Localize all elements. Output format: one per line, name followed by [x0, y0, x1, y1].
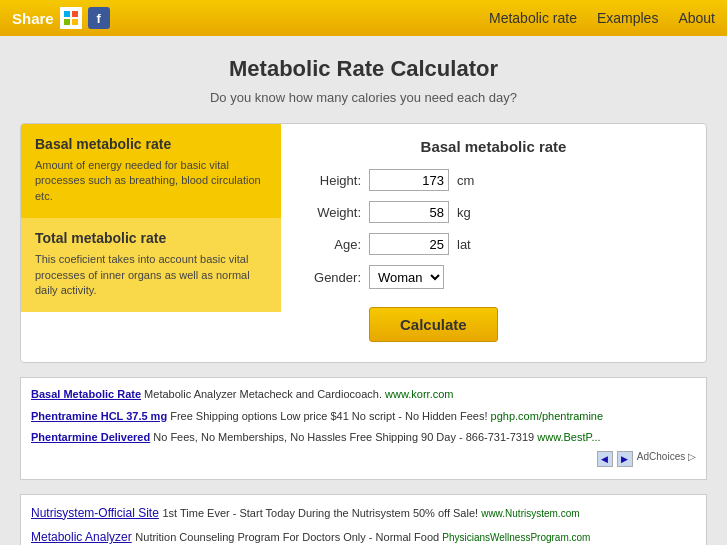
gender-select[interactable]: Woman Man	[369, 265, 444, 289]
weight-input[interactable]	[369, 201, 449, 223]
ad-nav-row: ◀ ▶ AdChoices ▷	[31, 451, 696, 467]
ad-url-2: pghp.com/phentramine	[491, 410, 604, 422]
ad-text-1: Metabolic Analyzer Metacheck and Cardioc…	[144, 388, 385, 400]
facebook-icon[interactable]: f	[88, 7, 110, 29]
height-input[interactable]	[369, 169, 449, 191]
ad-text-3: No Fees, No Memberships, No Hassles Free…	[153, 431, 537, 443]
share-label: Share	[12, 10, 54, 27]
ad-prev-btn[interactable]: ◀	[597, 451, 613, 467]
header-nav: Metabolic rate Examples About	[489, 10, 715, 26]
ad-text-2: Free Shipping options Low price $41 No s…	[170, 410, 487, 422]
link-desc-2: Nutrition Counseling Program For Doctors…	[135, 531, 442, 543]
right-panel-title: Basal metabolic rate	[301, 138, 686, 155]
calculate-button[interactable]: Calculate	[369, 307, 498, 342]
gender-label: Gender:	[301, 270, 361, 285]
height-row: Height: cm	[301, 169, 686, 191]
ad-url-3: www.BestP...	[537, 431, 600, 443]
link-1[interactable]: Nutrisystem-Official Site	[31, 506, 159, 520]
header: Share f Metabolic rate Examples About	[0, 0, 727, 36]
left-panel: Basal metabolic rate Amount of energy ne…	[21, 124, 281, 362]
calculate-row: Calculate	[301, 299, 686, 342]
total-desc: This coeficient takes into account basic…	[35, 252, 267, 298]
link-row-1: Nutrisystem-Official Site 1st Time Ever …	[31, 503, 696, 523]
nav-examples[interactable]: Examples	[597, 10, 658, 26]
basal-title: Basal metabolic rate	[35, 136, 267, 152]
ad-row-3: Phentarmine Delivered No Fees, No Member…	[31, 429, 696, 446]
calculator-card: Basal metabolic rate Amount of energy ne…	[20, 123, 707, 363]
ad-row-2: Phentramine HCL 37.5 mg Free Shipping op…	[31, 408, 696, 425]
gender-row: Gender: Woman Man	[301, 265, 686, 289]
basal-section: Basal metabolic rate Amount of energy ne…	[21, 124, 281, 218]
link-desc-1: 1st Time Ever - Start Today During the N…	[162, 507, 481, 519]
svg-rect-3	[72, 19, 78, 25]
links-section: Nutrisystem-Official Site 1st Time Ever …	[20, 494, 707, 546]
age-row: Age: lat	[301, 233, 686, 255]
ads-section: Basal Metabolic Rate Metabolic Analyzer …	[20, 377, 707, 480]
nav-about[interactable]: About	[678, 10, 715, 26]
height-unit: cm	[457, 173, 482, 188]
ad-url-1: www.korr.com	[385, 388, 453, 400]
svg-rect-0	[64, 11, 70, 17]
page-subtitle: Do you know how many calories you need e…	[20, 90, 707, 105]
height-label: Height:	[301, 173, 361, 188]
page-title: Metabolic Rate Calculator	[20, 56, 707, 82]
ad-next-btn[interactable]: ▶	[617, 451, 633, 467]
total-section: Total metabolic rate This coeficient tak…	[21, 218, 281, 312]
ad-link-1[interactable]: Basal Metabolic Rate	[31, 388, 141, 400]
link-2[interactable]: Metabolic Analyzer	[31, 530, 132, 544]
weight-row: Weight: kg	[301, 201, 686, 223]
age-label: Age:	[301, 237, 361, 252]
weight-unit: kg	[457, 205, 482, 220]
link-url-2: PhysiciansWellnessProgram.com	[442, 532, 590, 543]
svg-rect-1	[72, 11, 78, 17]
adchoices-label: AdChoices ▷	[637, 451, 696, 462]
age-input[interactable]	[369, 233, 449, 255]
ad-row-1: Basal Metabolic Rate Metabolic Analyzer …	[31, 386, 696, 403]
right-panel: Basal metabolic rate Height: cm Weight: …	[281, 124, 706, 362]
nav-metabolic-rate[interactable]: Metabolic rate	[489, 10, 577, 26]
svg-rect-2	[64, 19, 70, 25]
age-unit: lat	[457, 237, 482, 252]
ad-link-2[interactable]: Phentramine HCL 37.5 mg	[31, 410, 167, 422]
header-left: Share f	[12, 7, 110, 29]
link-url-1: www.Nutrisystem.com	[481, 508, 579, 519]
ad-link-3[interactable]: Phentarmine Delivered	[31, 431, 150, 443]
windows-icon[interactable]	[60, 7, 82, 29]
total-title: Total metabolic rate	[35, 230, 267, 246]
main: Metabolic Rate Calculator Do you know ho…	[0, 36, 727, 545]
basal-desc: Amount of energy needed for basic vital …	[35, 158, 267, 204]
weight-label: Weight:	[301, 205, 361, 220]
link-row-2: Metabolic Analyzer Nutrition Counseling …	[31, 527, 696, 545]
